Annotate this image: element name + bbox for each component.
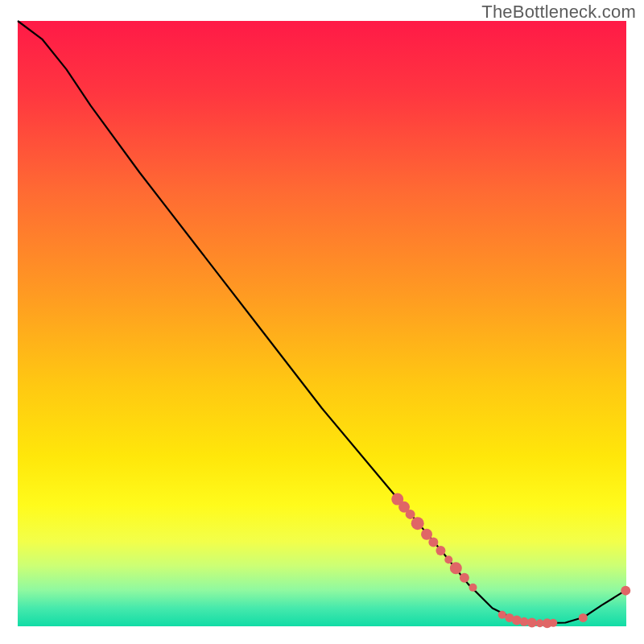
data-marker xyxy=(444,555,452,564)
plot-background xyxy=(18,21,626,626)
chart-container: TheBottleneck.com xyxy=(0,0,644,644)
data-marker xyxy=(519,617,528,626)
data-marker xyxy=(460,573,469,583)
data-marker xyxy=(579,613,588,622)
bottleneck-chart xyxy=(0,0,644,644)
data-marker xyxy=(621,586,630,596)
data-marker xyxy=(498,611,506,619)
data-marker xyxy=(549,619,557,627)
data-marker xyxy=(469,584,477,592)
data-marker xyxy=(527,617,537,627)
data-marker xyxy=(428,537,438,547)
data-marker xyxy=(411,517,424,530)
data-marker xyxy=(436,546,445,555)
data-marker xyxy=(406,510,415,519)
watermark-text: TheBottleneck.com xyxy=(481,2,636,23)
data-marker xyxy=(450,562,462,574)
